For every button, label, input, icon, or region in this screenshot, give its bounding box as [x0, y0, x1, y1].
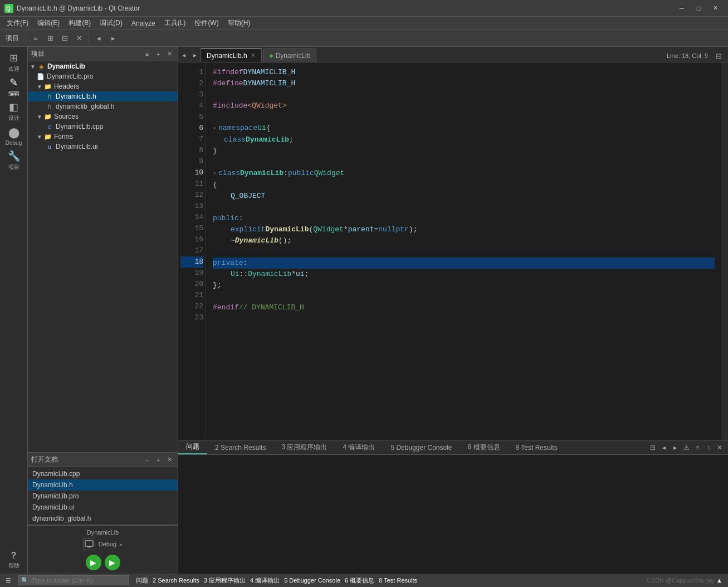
sidebar-design[interactable]: ◧ 设计	[3, 100, 25, 123]
tab-forward-button[interactable]: ▸	[189, 48, 201, 62]
bottom-tab-test[interactable]: 8 Test Results	[508, 441, 565, 454]
bottom-warning-button[interactable]: ⚠	[681, 443, 691, 453]
status-app-output[interactable]: 3 应用程序输出	[202, 576, 248, 585]
punct: {	[266, 123, 271, 134]
menu-edit[interactable]: 编辑(E)	[33, 17, 64, 29]
debug-icon: ⬤	[8, 127, 19, 139]
pp-val: DYNAMICLIB_H	[243, 67, 296, 78]
nav-forward-button[interactable]: ▸	[107, 32, 119, 45]
tab-back-button[interactable]: ◂	[178, 48, 189, 62]
status-debugger[interactable]: 5 Debugger Console	[282, 576, 343, 585]
sidebar-help[interactable]: ? 帮助	[3, 549, 25, 571]
od-dynamiclib-ui[interactable]: DynamicLib.ui	[28, 502, 178, 513]
sidebar-debug[interactable]: ⬤ Debug	[3, 125, 25, 147]
bottom-tab-overview[interactable]: 6 概要信息	[460, 441, 508, 454]
tree-dynamiclib-pro[interactable]: 📄 DynamicLib.pro	[28, 71, 178, 81]
tab-dynamiclib-h[interactable]: DynamicLib.h ✕	[201, 48, 262, 62]
tree-label: DynamicLib.h	[56, 93, 96, 100]
bottom-next-button[interactable]: ▸	[670, 443, 680, 453]
link-button[interactable]: ⊞	[44, 32, 56, 45]
locate-input[interactable]	[18, 575, 129, 585]
minimize-button[interactable]: ─	[673, 3, 690, 14]
bottom-filter2-button[interactable]: ≡	[692, 443, 702, 453]
statusbar-expand-button[interactable]: ▲	[714, 577, 725, 584]
project-add-button[interactable]: +	[153, 49, 163, 59]
menu-analyze[interactable]: Analyze	[127, 18, 160, 28]
svg-text:Q: Q	[6, 6, 11, 12]
close-button[interactable]: ✕	[707, 3, 724, 14]
status-test[interactable]: 8 Test Results	[377, 576, 419, 585]
header-file-icon: h	[46, 103, 53, 110]
open-docs-plus[interactable]: +	[153, 455, 163, 465]
bottom-tab-app-output[interactable]: 3 应用程序输出	[273, 441, 335, 454]
fold-arrow-6[interactable]: ▾	[213, 123, 216, 134]
debug-run-button[interactable]: ▶	[105, 555, 120, 570]
tree-dynamiclib-h[interactable]: h DynamicLib.h	[28, 91, 178, 101]
line-num-14: 14	[180, 212, 203, 223]
fold-arrow-10[interactable]: ▾	[213, 168, 216, 180]
pp-val: DYNAMICLIB_H	[243, 78, 296, 89]
menu-debug[interactable]: 调试(D)	[95, 17, 127, 29]
tree-headers-folder[interactable]: ▼ 📁 Headers	[28, 81, 178, 91]
run-button[interactable]: ▶	[86, 555, 101, 570]
od-dynamiclib-global-h[interactable]: dynamiclib_global.h	[28, 513, 178, 524]
bottom-close-button[interactable]: ✕	[715, 443, 725, 453]
line-num-11: 11	[180, 178, 203, 190]
kit-monitor-icon[interactable]	[83, 538, 95, 550]
tab-dynamiclib-class[interactable]: ◈ DynamicLib	[263, 48, 317, 62]
status-overview[interactable]: 6 概要信息	[343, 576, 377, 585]
split-h-button[interactable]: ⊟	[58, 32, 71, 45]
bottom-tab-search[interactable]: 2 Search Results	[207, 441, 273, 454]
line-num-6: 6	[180, 123, 203, 134]
project-filter-button[interactable]: ≡	[142, 49, 152, 59]
maximize-button[interactable]: □	[690, 3, 707, 14]
close-extra-button[interactable]: ✕	[73, 32, 85, 45]
menu-help[interactable]: 帮助(H)	[223, 17, 255, 29]
code-line-20: };	[213, 280, 715, 291]
status-issues[interactable]: 问题	[134, 576, 150, 585]
tree-dynamiclib-global-h[interactable]: h dynamiclib_global.h	[28, 101, 178, 111]
open-docs-minus[interactable]: −	[142, 455, 152, 465]
od-dynamiclib-pro[interactable]: DynamicLib.pro	[28, 491, 178, 502]
open-docs-title: 打开文档	[31, 455, 142, 464]
code-line-19: Ui::DynamicLib *ui;	[213, 269, 715, 280]
bottom-tab-debugger[interactable]: 5 Debugger Console	[383, 441, 460, 454]
tree-dynamiclib-ui[interactable]: u DynamicLib.ui	[28, 142, 178, 152]
tree-forms-folder[interactable]: ▼ 📁 Forms	[28, 132, 178, 142]
tree-label: DynamicLib	[47, 62, 85, 70]
menu-tools[interactable]: 工具(L)	[160, 17, 190, 29]
od-dynamiclib-cpp[interactable]: DynamicLib.cpp	[28, 468, 178, 479]
status-search[interactable]: 2 Search Results	[150, 576, 202, 585]
tree-dynamiclib-root[interactable]: ▼ ◈ DynamicLib	[28, 61, 178, 71]
open-docs-close[interactable]: ✕	[164, 455, 174, 465]
bottom-prev-button[interactable]: ◂	[659, 443, 669, 453]
code-content[interactable]: #ifndef DYNAMICLIB_H #define DYNAMICLIB_…	[206, 62, 721, 440]
filter-button[interactable]: ≡	[30, 32, 42, 45]
tree-dynamiclib-cpp[interactable]: c DynamicLib.cpp	[28, 122, 178, 132]
bottom-expand-button[interactable]: ↑	[703, 443, 714, 453]
menu-window[interactable]: 控件(W)	[190, 17, 223, 29]
project-close-button[interactable]: ✕	[164, 49, 174, 59]
bottom-tab-issues[interactable]: 问题	[178, 441, 207, 454]
projects-icon: 🔧	[8, 150, 20, 162]
editor-scrollbar[interactable]	[721, 62, 728, 440]
bottom-filter-button[interactable]: ⊟	[648, 443, 658, 453]
bottom-tab-compile[interactable]: 4 编译输出	[335, 441, 383, 454]
editor-split-button[interactable]: ⊟	[712, 50, 725, 62]
punct: ::	[240, 269, 248, 280]
tree-sources-folder[interactable]: ▼ 📁 Sources	[28, 111, 178, 122]
macro-qobj: Q_OBJECT	[231, 191, 265, 202]
sidebar-projects[interactable]: 🔧 项目	[3, 149, 25, 172]
od-dynamiclib-h[interactable]: DynamicLib.h	[28, 479, 178, 491]
menu-build[interactable]: 构建(B)	[64, 17, 95, 29]
statusbar-menu-button[interactable]: ☰	[3, 577, 13, 584]
status-compile[interactable]: 4 编译输出	[248, 576, 282, 585]
line-num-8: 8	[180, 145, 203, 156]
sidebar-welcome[interactable]: ⊞ 欢迎	[3, 51, 25, 74]
nav-back-button[interactable]: ◂	[92, 32, 105, 45]
tab-position: Line: 18, Col: 9 ⊟	[663, 50, 728, 62]
menu-file[interactable]: 文件(F)	[2, 17, 33, 29]
tab-close-button[interactable]: ✕	[251, 52, 256, 59]
edit-label: 编辑	[8, 90, 19, 98]
sidebar-edit[interactable]: ✎ 编辑	[3, 76, 25, 98]
